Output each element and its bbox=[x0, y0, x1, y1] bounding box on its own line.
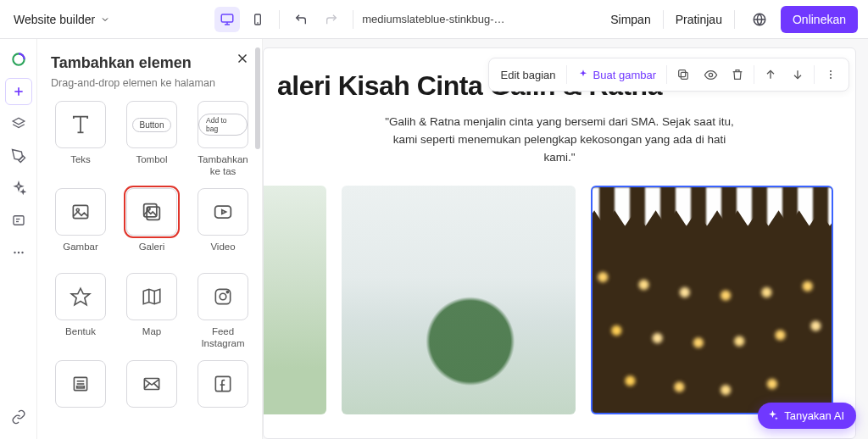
svg-point-15 bbox=[17, 252, 19, 253]
svg-marker-28 bbox=[71, 288, 90, 305]
rail-pen-icon[interactable] bbox=[5, 142, 32, 169]
top-center: mediumslateblue-stinkbug-3... bbox=[214, 7, 506, 32]
tile-label: Teks bbox=[70, 153, 91, 175]
tile-label: Bentuk bbox=[65, 325, 96, 347]
gallery-image-3-selected[interactable] bbox=[591, 186, 833, 414]
svg-point-33 bbox=[220, 293, 226, 300]
tile-label: Map bbox=[142, 325, 161, 347]
app-body: Tambahkan elemen Drag-and-drop elemen ke… bbox=[0, 39, 868, 439]
rail-link-icon[interactable] bbox=[5, 403, 32, 431]
element-tile-video[interactable]: Video bbox=[193, 188, 253, 263]
project-name[interactable]: mediumslateblue-stinkbug-3... bbox=[362, 13, 506, 25]
svg-point-48 bbox=[830, 74, 832, 75]
element-tile-tombol[interactable]: Button Tombol bbox=[122, 101, 181, 178]
separator bbox=[566, 65, 567, 84]
panel-subtitle: Drag-and-drop elemen ke halaman bbox=[51, 77, 250, 89]
element-tile-teks[interactable]: Teks bbox=[51, 101, 110, 178]
gallery-image-1[interactable] bbox=[263, 186, 326, 414]
device-mobile-button[interactable] bbox=[245, 7, 270, 32]
element-tile-feed-instagram[interactable]: Feed Instagram bbox=[193, 273, 253, 350]
publish-button[interactable]: Onlinekan bbox=[781, 6, 858, 33]
element-tile-tambahtas[interactable]: Add to bag Tambahkan ke tas bbox=[193, 101, 253, 178]
svg-point-34 bbox=[226, 291, 228, 292]
canvas-area: Edit bagian Buat gambar aleri Kisah Cint… bbox=[263, 39, 868, 439]
element-tile-bentuk[interactable]: Bentuk bbox=[51, 273, 110, 350]
page-quote[interactable]: "Galih & Ratna menjalin cinta yang berse… bbox=[377, 114, 742, 167]
edit-section-button[interactable]: Edit bagian bbox=[494, 64, 563, 86]
chevron-down-icon[interactable] bbox=[100, 14, 110, 25]
section-toolbar: Edit bagian Buat gambar bbox=[488, 58, 850, 92]
redo-button[interactable] bbox=[319, 7, 344, 32]
save-button[interactable]: Simpan bbox=[610, 13, 650, 26]
generate-image-label: Buat gambar bbox=[593, 69, 656, 81]
elements-grid: Teks Button Tombol Add to bag Tambahkan … bbox=[51, 101, 250, 435]
top-right: Simpan Pratinjau Onlinekan bbox=[610, 6, 858, 33]
generate-image-button[interactable]: Buat gambar bbox=[570, 64, 663, 86]
element-tile-galeri[interactable]: Galeri bbox=[122, 188, 181, 263]
svg-point-25 bbox=[147, 208, 150, 210]
svg-rect-26 bbox=[215, 206, 231, 218]
svg-rect-38 bbox=[77, 386, 85, 387]
preview-button[interactable]: Pratinjau bbox=[676, 13, 722, 26]
more-icon[interactable] bbox=[818, 62, 843, 87]
svg-rect-21 bbox=[73, 205, 87, 218]
rail-add-element-button[interactable] bbox=[5, 78, 32, 105]
rail-sparkle-icon[interactable] bbox=[5, 175, 32, 202]
separator bbox=[754, 65, 754, 84]
duplicate-icon[interactable] bbox=[670, 62, 696, 87]
delete-icon[interactable] bbox=[725, 62, 750, 87]
gallery-image-2[interactable] bbox=[342, 186, 576, 414]
svg-rect-42 bbox=[681, 72, 687, 79]
tile-label: Tombol bbox=[136, 153, 167, 175]
element-tile-gambar[interactable]: Gambar bbox=[51, 188, 110, 263]
svg-rect-43 bbox=[679, 70, 686, 77]
left-rail bbox=[0, 39, 37, 439]
tile-label: Gambar bbox=[63, 241, 98, 263]
globe-icon[interactable] bbox=[747, 7, 772, 32]
svg-rect-0 bbox=[221, 14, 233, 22]
svg-point-16 bbox=[21, 252, 23, 253]
tile-label: Tambahkan ke tas bbox=[193, 153, 253, 178]
panel-title: Tambahkan elemen bbox=[51, 54, 250, 72]
tile-label: Galeri bbox=[139, 241, 165, 263]
svg-point-49 bbox=[830, 77, 832, 79]
rail-logo-icon[interactable] bbox=[5, 46, 32, 73]
button-pill: Button bbox=[132, 118, 172, 132]
tile-label: Feed Instagram bbox=[193, 325, 253, 350]
panel-scrollbar[interactable] bbox=[255, 47, 260, 149]
svg-rect-40 bbox=[215, 376, 230, 391]
svg-rect-11 bbox=[14, 216, 24, 225]
element-tile-mail[interactable] bbox=[122, 360, 181, 435]
element-tile-map[interactable]: Map bbox=[122, 273, 181, 350]
move-down-icon[interactable] bbox=[785, 62, 810, 87]
separator bbox=[666, 65, 667, 84]
svg-marker-29 bbox=[143, 289, 160, 303]
elements-panel: Tambahkan elemen Drag-and-drop elemen ke… bbox=[37, 39, 263, 439]
device-desktop-button[interactable] bbox=[214, 7, 240, 32]
svg-point-44 bbox=[709, 73, 712, 76]
svg-point-47 bbox=[830, 70, 832, 72]
close-panel-button[interactable] bbox=[235, 51, 250, 66]
ask-ai-label: Tanyakan AI bbox=[784, 409, 844, 422]
rail-note-icon[interactable] bbox=[5, 207, 32, 234]
separator bbox=[279, 10, 280, 29]
svg-point-14 bbox=[14, 252, 15, 253]
element-tile-form[interactable] bbox=[51, 360, 110, 435]
separator bbox=[734, 10, 735, 29]
rail-layers-icon[interactable] bbox=[5, 110, 32, 137]
tile-label: Video bbox=[210, 241, 235, 263]
element-tile-facebook[interactable] bbox=[193, 360, 253, 435]
undo-button[interactable] bbox=[288, 7, 314, 32]
move-up-icon[interactable] bbox=[758, 62, 783, 87]
svg-marker-27 bbox=[222, 209, 226, 214]
rail-more-icon[interactable] bbox=[5, 239, 32, 266]
brand-label[interactable]: Website builder bbox=[14, 13, 95, 26]
top-left: Website builder bbox=[10, 13, 110, 26]
svg-rect-39 bbox=[144, 378, 159, 389]
svg-marker-10 bbox=[13, 118, 25, 125]
ask-ai-fab[interactable]: Tanyakan AI bbox=[758, 403, 856, 429]
gallery-row bbox=[263, 186, 835, 414]
separator bbox=[663, 10, 664, 29]
canvas-page[interactable]: aleri Kisah Cinta Galih & Ratna "Galih &… bbox=[263, 47, 856, 439]
visibility-icon[interactable] bbox=[698, 62, 723, 87]
